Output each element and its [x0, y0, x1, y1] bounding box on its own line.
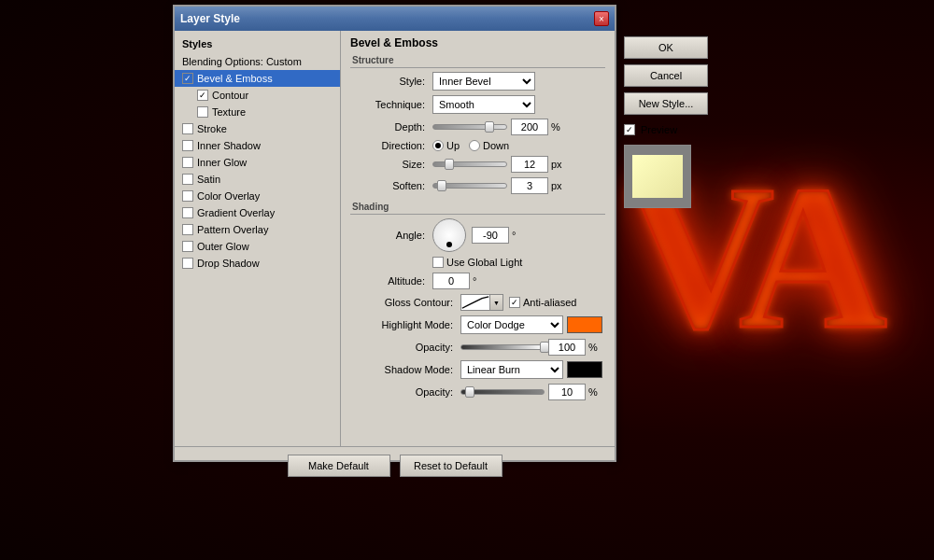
direction-down-item[interactable]: Down: [469, 140, 509, 151]
drop-shadow-checkbox[interactable]: [182, 258, 193, 269]
size-slider[interactable]: [432, 161, 507, 167]
altitude-label: Altitude:: [350, 275, 425, 287]
blending-options-item[interactable]: Blending Options: Custom: [175, 53, 340, 70]
layer-style-dialog: Layer Style × Styles Blending Options: C…: [173, 5, 616, 462]
depth-input[interactable]: 200: [511, 119, 548, 135]
highlight-color-swatch[interactable]: [567, 316, 602, 333]
depth-slider[interactable]: [432, 124, 507, 130]
inner-shadow-checkbox[interactable]: [182, 140, 193, 151]
highlight-mode-label: Highlight Mode:: [350, 319, 453, 330]
outer-glow-item[interactable]: Outer Glow: [175, 238, 340, 255]
size-thumb[interactable]: [445, 159, 454, 170]
inner-glow-checkbox[interactable]: [182, 157, 193, 168]
inner-glow-item[interactable]: Inner Glow: [175, 154, 340, 171]
texture-item[interactable]: Texture: [175, 104, 340, 120]
texture-checkbox[interactable]: [197, 106, 208, 118]
highlight-opacity-slider[interactable]: [460, 344, 545, 350]
global-light-row: Use Global Light: [432, 257, 605, 268]
reset-to-default-button[interactable]: Reset to Default: [400, 455, 502, 477]
technique-label: Technique:: [350, 99, 425, 110]
shading-section: Shading Angle: -90 ° Use: [350, 202, 605, 400]
gloss-contour-label: Gloss Contour:: [350, 297, 453, 308]
dialog-titlebar: Layer Style ×: [175, 7, 615, 31]
global-light-checkbox-item[interactable]: Use Global Light: [432, 257, 522, 268]
action-panel: OK Cancel New Style... Preview: [616, 29, 719, 216]
drop-shadow-item[interactable]: Drop Shadow: [175, 255, 340, 272]
soften-thumb[interactable]: [437, 180, 446, 191]
depth-thumb[interactable]: [485, 121, 494, 133]
direction-up-item[interactable]: Up: [432, 140, 460, 151]
shadow-opacity-slider[interactable]: [460, 389, 545, 395]
shadow-mode-select[interactable]: Linear Burn: [460, 360, 563, 379]
make-default-button[interactable]: Make Default: [288, 455, 390, 477]
size-input[interactable]: 12: [511, 156, 548, 173]
size-label: Size:: [350, 159, 425, 170]
size-unit: px: [551, 159, 562, 170]
settings-panel: Bevel & Emboss Structure Style: Inner Be…: [341, 31, 615, 446]
gloss-contour-control[interactable]: ▼: [460, 294, 503, 311]
altitude-input[interactable]: 0: [432, 273, 470, 289]
angle-wheel[interactable]: [432, 218, 466, 252]
depth-row: Depth: 200 %: [350, 119, 605, 135]
anti-aliased-checkbox[interactable]: [509, 297, 520, 308]
size-row: Size: 12 px: [350, 156, 605, 173]
color-overlay-item[interactable]: Color Overlay: [175, 188, 340, 204]
pattern-overlay-checkbox[interactable]: [182, 224, 193, 235]
satin-item[interactable]: Satin: [175, 171, 340, 188]
angle-label: Angle:: [350, 230, 425, 241]
preview-box: [624, 145, 691, 208]
ok-button[interactable]: OK: [624, 36, 708, 59]
direction-down-radio[interactable]: [469, 140, 480, 151]
preview-label-text: Preview: [641, 124, 677, 135]
global-light-checkbox[interactable]: [432, 257, 444, 268]
direction-radio-group: Up Down: [432, 140, 509, 151]
contour-dropdown-btn[interactable]: ▼: [490, 294, 503, 311]
shadow-color-swatch[interactable]: [567, 361, 602, 378]
direction-label: Direction:: [350, 140, 425, 151]
gloss-contour-preview[interactable]: [460, 294, 490, 311]
styles-panel: Styles Blending Options: Custom Bevel & …: [175, 31, 341, 446]
highlight-mode-select[interactable]: Color Dodge: [460, 315, 563, 334]
shadow-opacity-input[interactable]: 10: [548, 384, 586, 400]
soften-slider[interactable]: [432, 183, 507, 189]
highlight-opacity-input[interactable]: 100: [548, 339, 586, 356]
stroke-checkbox[interactable]: [182, 123, 193, 134]
angle-unit: °: [512, 230, 516, 241]
contour-item[interactable]: Contour: [175, 87, 340, 104]
cancel-button[interactable]: Cancel: [624, 64, 708, 87]
shadow-opacity-thumb[interactable]: [465, 386, 474, 398]
satin-checkbox[interactable]: [182, 174, 193, 185]
gloss-contour-row: Gloss Contour: ▼ Anti-aliased: [350, 294, 605, 311]
highlight-opacity-label: Opacity:: [350, 342, 453, 353]
soften-input[interactable]: 3: [511, 177, 548, 194]
shadow-mode-label: Shadow Mode:: [350, 364, 453, 375]
preview-inner: [632, 155, 683, 198]
shadow-opacity-row: Opacity: 10 %: [350, 384, 605, 400]
gradient-overlay-checkbox[interactable]: [182, 207, 193, 218]
dialog-title: Layer Style: [180, 12, 240, 25]
anti-aliased-item[interactable]: Anti-aliased: [509, 297, 576, 308]
close-button[interactable]: ×: [594, 11, 609, 26]
depth-label: Depth:: [350, 121, 425, 133]
direction-up-radio[interactable]: [432, 140, 444, 151]
technique-select[interactable]: Smooth Chisel Hard: [432, 95, 535, 114]
altitude-row: Altitude: 0 °: [350, 273, 605, 289]
bevel-emboss-checkbox[interactable]: [182, 73, 193, 84]
bevel-emboss-item[interactable]: Bevel & Emboss: [175, 70, 340, 87]
shadow-mode-row: Shadow Mode: Linear Burn: [350, 360, 605, 379]
gradient-overlay-item[interactable]: Gradient Overlay: [175, 204, 340, 221]
stroke-item[interactable]: Stroke: [175, 120, 340, 137]
color-overlay-checkbox[interactable]: [182, 190, 193, 202]
inner-shadow-item[interactable]: Inner Shadow: [175, 137, 340, 154]
structure-subtitle: Structure: [350, 55, 605, 68]
new-style-button[interactable]: New Style...: [624, 92, 708, 115]
contour-checkbox[interactable]: [197, 90, 208, 101]
highlight-opacity-thumb[interactable]: [540, 342, 549, 353]
style-label: Style:: [350, 76, 425, 87]
angle-input[interactable]: -90: [472, 227, 509, 244]
outer-glow-checkbox[interactable]: [182, 241, 193, 252]
section-title: Bevel & Emboss: [350, 36, 605, 49]
pattern-overlay-item[interactable]: Pattern Overlay: [175, 221, 340, 238]
preview-checkbox[interactable]: [624, 124, 635, 135]
style-select[interactable]: Inner Bevel Outer Bevel Emboss: [432, 72, 535, 91]
